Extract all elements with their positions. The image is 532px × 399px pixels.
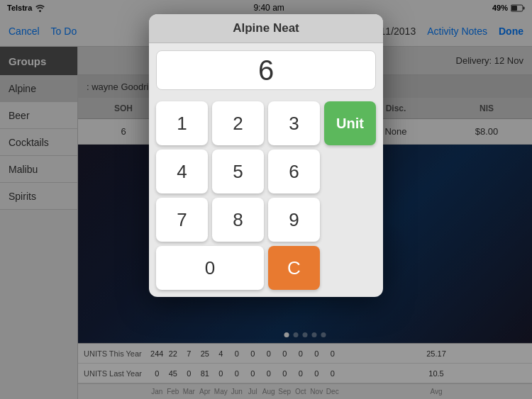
modal-title: Alpine Neat: [149, 14, 383, 43]
key-6[interactable]: 6: [268, 150, 320, 193]
keypad: 1 2 3 Unit 4 5 6 7 8 9 0 C: [149, 97, 383, 297]
modal-display: 6: [156, 50, 376, 90]
key-2[interactable]: 2: [212, 101, 264, 145]
clear-button[interactable]: C: [268, 246, 320, 290]
modal-overlay: Alpine Neat 6 1 2 3 Unit 4 5 6 7 8 9 0 C: [0, 0, 532, 399]
key-8[interactable]: 8: [212, 198, 264, 242]
key-4[interactable]: 4: [156, 150, 208, 193]
key-1[interactable]: 1: [156, 101, 208, 145]
key-0[interactable]: 0: [156, 246, 264, 290]
key-9[interactable]: 9: [268, 198, 320, 242]
numpad-modal: Alpine Neat 6 1 2 3 Unit 4 5 6 7 8 9 0 C: [149, 14, 383, 297]
key-3[interactable]: 3: [268, 101, 320, 145]
unit-button[interactable]: Unit: [324, 101, 376, 145]
key-5[interactable]: 5: [212, 150, 264, 193]
key-7[interactable]: 7: [156, 198, 208, 242]
